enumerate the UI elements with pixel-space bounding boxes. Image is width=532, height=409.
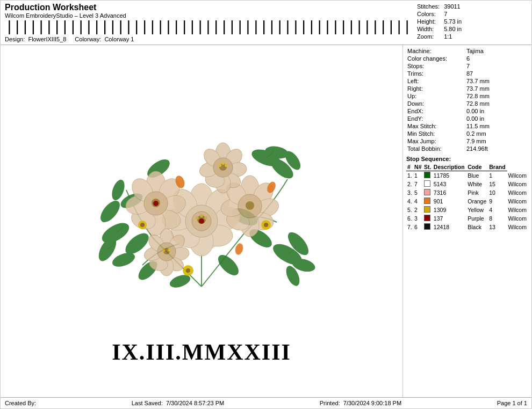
cell-description: Blue <box>466 171 488 180</box>
zoom-label: Zoom: <box>415 33 442 40</box>
cell-brand: Wilcom <box>507 206 528 214</box>
cell-code: 9 <box>488 197 507 206</box>
total-bobbin-value: 214.96ft <box>465 145 528 152</box>
stops-value: 7 <box>465 62 528 70</box>
table-row: 1. 1 11785 Blue 1 Wilcom <box>406 171 528 180</box>
trims-value: 87 <box>465 70 528 77</box>
height-value: 5.73 in <box>442 18 464 25</box>
up-value: 72.8 mm <box>465 92 528 100</box>
cell-code: 13 <box>488 223 507 231</box>
cell-st: 11785 <box>433 171 466 180</box>
down-label: Down: <box>406 100 465 107</box>
main-content: IX.III.MMXXIII Machine: Tajima Color cha… <box>1 45 531 397</box>
cell-stop: 2. <box>406 180 413 188</box>
color-changes-label: Color changes: <box>406 55 465 62</box>
stops-label: Stops: <box>406 62 465 70</box>
stop-sequence-table: # N# St. Description Code Brand 1. 1 117… <box>406 163 528 231</box>
col-st: St. <box>423 163 433 171</box>
cell-st: 5143 <box>433 180 466 188</box>
endy-label: EndY: <box>406 115 465 122</box>
width-value: 5.80 in <box>442 25 464 33</box>
svg-point-72 <box>221 162 225 165</box>
svg-point-85 <box>168 249 171 252</box>
height-label: Height: <box>415 18 442 25</box>
col-desc: Description <box>433 163 466 171</box>
cell-code: 15 <box>488 180 507 188</box>
cell-n: 2 <box>413 206 423 214</box>
max-jump-label: Max Jump: <box>406 137 465 145</box>
last-saved: Last Saved: 7/30/2024 8:57:23 PM <box>132 400 224 406</box>
colors-value: 7 <box>442 10 464 18</box>
max-jump-value: 7.9 mm <box>465 137 528 145</box>
svg-point-84 <box>163 249 166 252</box>
table-row: 6. 3 137 Purple 8 Wilcom <box>406 214 528 223</box>
total-bobbin-label: Total Bobbin: <box>406 145 465 152</box>
right-value: 73.7 mm <box>465 85 528 92</box>
cell-description: Pink <box>466 188 488 197</box>
cell-swatch <box>423 197 433 206</box>
cell-stop: 4. <box>406 197 413 206</box>
machine-info-table: Machine: Tajima Color changes: 6 Stops: … <box>406 47 528 152</box>
roman-numeral-text: IX.III.MMXXIII <box>112 339 291 365</box>
cell-code: 10 <box>488 188 507 197</box>
colorway-label: Colorway: Colorway 1 <box>75 36 134 42</box>
stitches-value: 39011 <box>442 3 464 10</box>
svg-point-70 <box>218 164 221 167</box>
cell-description: Orange <box>466 197 488 206</box>
cell-description: White <box>466 180 488 188</box>
cell-code: 1 <box>488 171 507 180</box>
cell-description: Yellow <box>466 206 488 214</box>
endx-label: EndX: <box>406 107 465 115</box>
min-stitch-label: Min Stitch: <box>406 130 465 137</box>
machine-value: Tajima <box>465 47 528 55</box>
cell-n: 6 <box>413 223 423 231</box>
header: Production Worksheet Wilcom EmbroiderySt… <box>1 1 531 45</box>
cell-stop: 6. <box>406 214 413 223</box>
max-stitch-value: 11.5 mm <box>465 122 528 130</box>
cell-swatch <box>423 171 433 180</box>
barcode: ||||||||||||||||||||||||||||||||||||||||… <box>5 20 411 35</box>
svg-point-35 <box>204 216 207 220</box>
design-image <box>73 77 330 335</box>
design-label: Design: FlowerIXIII5_8 <box>5 36 66 42</box>
app-subtitle: Wilcom EmbroideryStudio – Level 3 Advanc… <box>5 12 411 19</box>
cell-description: Black <box>466 223 488 231</box>
header-left: Production Worksheet Wilcom EmbroiderySt… <box>5 3 411 42</box>
machine-label: Machine: <box>406 47 465 55</box>
svg-point-71 <box>225 164 228 167</box>
cell-code: 4 <box>488 206 507 214</box>
header-meta: Design: FlowerIXIII5_8 Colorway: Colorwa… <box>5 36 411 42</box>
cell-brand: Wilcom <box>507 214 528 223</box>
endy-value: 0.00 in <box>465 115 528 122</box>
cell-st: 7316 <box>433 188 466 197</box>
up-label: Up: <box>406 92 465 100</box>
stitches-label: Stitches: <box>415 3 442 10</box>
svg-point-58 <box>246 201 254 210</box>
colors-label: Colors: <box>415 10 442 18</box>
svg-point-34 <box>196 216 199 220</box>
table-row: 7. 6 12418 Black 13 Wilcom <box>406 223 528 231</box>
endx-value: 0.00 in <box>465 107 528 115</box>
width-label: Width: <box>415 25 442 33</box>
design-area: IX.III.MMXXIII <box>1 45 402 397</box>
right-label: Right: <box>406 85 465 92</box>
table-row: 4. 4 901 Orange 9 Wilcom <box>406 197 528 206</box>
cell-swatch <box>423 180 433 188</box>
created-by: Created By: <box>5 400 36 406</box>
svg-point-36 <box>200 214 203 217</box>
printed: Printed: 7/30/2024 9:00:18 PM <box>320 400 401 406</box>
svg-point-94 <box>140 223 145 227</box>
cell-brand: Wilcom <box>507 171 528 180</box>
cell-n: 5 <box>413 188 423 197</box>
col-brand: Brand <box>488 163 507 171</box>
min-stitch-value: 0.2 mm <box>465 130 528 137</box>
cell-swatch <box>423 214 433 223</box>
cell-st: 901 <box>433 197 466 206</box>
cell-n: 4 <box>413 197 423 206</box>
left-label: Left: <box>406 77 465 85</box>
left-value: 73.7 mm <box>465 77 528 85</box>
cell-n: 3 <box>413 214 423 223</box>
col-stop: # <box>406 163 413 171</box>
footer: Created By: Last Saved: 7/30/2024 8:57:2… <box>1 397 531 408</box>
cell-st: 137 <box>433 214 466 223</box>
